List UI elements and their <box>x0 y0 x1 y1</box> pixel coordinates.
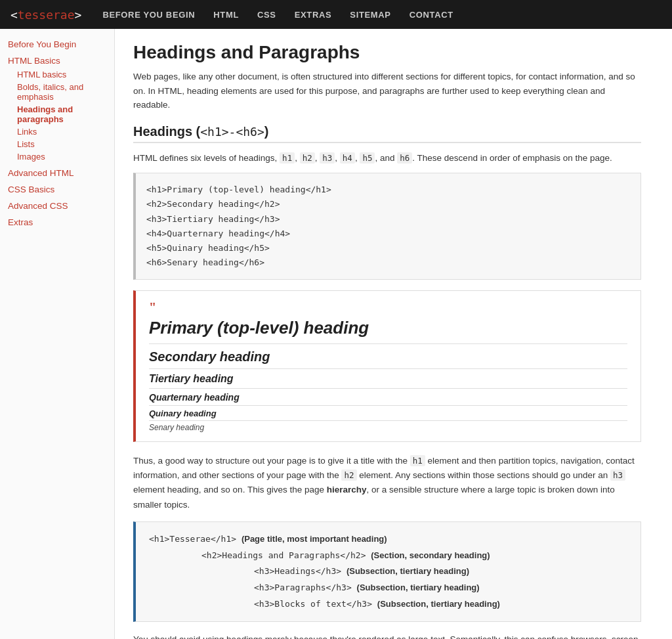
site-logo[interactable]: <tesserae> <box>10 8 81 22</box>
demo-h6: Senary heading <box>149 423 627 432</box>
sidebar-item-html-basics[interactable]: HTML Basics <box>8 56 114 66</box>
demo-h3: Tiertiary heading <box>149 373 627 389</box>
hierarchy-line-1: <h1>Tesserae</h1> (Page title, most impo… <box>149 534 387 544</box>
headings-tag: <h1>-<h6> <box>200 125 264 139</box>
sidebar-item-extras[interactable]: Extras <box>8 217 114 227</box>
nav-contact[interactable]: CONTACT <box>410 10 453 20</box>
sidebar-item-html-basics-sub[interactable]: HTML basics <box>8 70 114 79</box>
sidebar-item-images[interactable]: Images <box>8 152 114 162</box>
hierarchy-line-5: <h3>Blocks of text</h3> (Subsection, tie… <box>149 596 627 613</box>
hierarchy-line-2: <h2>Headings and Paragraphs</h2> (Sectio… <box>149 548 627 564</box>
page-layout: Before You Begin HTML Basics HTML basics… <box>0 29 672 639</box>
body-text-warning: You should avoid using headings merely b… <box>133 632 641 639</box>
sidebar-item-advanced-html[interactable]: Advanced HTML <box>8 168 114 178</box>
sidebar-group-extras: Extras <box>8 217 114 227</box>
nav-css[interactable]: CSS <box>257 10 276 20</box>
inline-h1: h1 <box>410 455 425 466</box>
hierarchy-line-4: <h3>Paragraphs</h3> (Subsection, tiertia… <box>149 580 627 596</box>
headings-code-block: <h1>Primary (top-level) heading</h1> <h2… <box>133 173 641 280</box>
sidebar-group-advanced-html: Advanced HTML <box>8 168 114 178</box>
logo-text: tesserae <box>18 8 75 22</box>
sidebar-item-headings[interactable]: Headings and paragraphs <box>8 104 114 124</box>
tag-h6: h6 <box>397 152 412 164</box>
demo-h1: Primary (top-level) heading <box>149 318 627 344</box>
sidebar-item-bolds[interactable]: Bolds, italics, and emphasis <box>8 82 114 102</box>
inline-h2: h2 <box>341 470 356 481</box>
sidebar-group-advanced-css: Advanced CSS <box>8 201 114 211</box>
tag-h2: h2 <box>300 152 315 164</box>
sidebar-group-before: Before You Begin <box>8 39 114 49</box>
headings-demo-block: " Primary (top-level) heading Secondary … <box>133 290 641 442</box>
headings-section-title: Headings (<h1>-<h6>) <box>133 124 641 143</box>
demo-quote-mark: " <box>149 300 627 315</box>
sidebar-item-lists[interactable]: Lists <box>8 139 114 149</box>
nav-before-you-begin[interactable]: BEFORE YOU BEGIN <box>102 10 195 20</box>
top-navigation: <tesserae> BEFORE YOU BEGIN HTML CSS EXT… <box>0 0 672 29</box>
demo-h4: Quarternary heading <box>149 392 627 406</box>
nav-sitemap[interactable]: SITEMAP <box>350 10 390 20</box>
tag-h3: h3 <box>320 152 335 164</box>
headings-desc: HTML defines six levels of headings, h1,… <box>133 151 641 165</box>
tag-h1: h1 <box>280 152 295 164</box>
demo-h2: Secondary heading <box>149 349 627 369</box>
nav-links: BEFORE YOU BEGIN HTML CSS EXTRAS SITEMAP… <box>102 10 453 20</box>
sidebar-item-links[interactable]: Links <box>8 127 114 137</box>
nav-extras[interactable]: EXTRAS <box>295 10 332 20</box>
tag-h4: h4 <box>340 152 355 164</box>
sidebar-group-html-basics: HTML Basics HTML basics Bolds, italics, … <box>8 56 114 162</box>
sidebar: Before You Begin HTML Basics HTML basics… <box>0 29 115 639</box>
sidebar-group-css-basics: CSS Basics <box>8 185 114 194</box>
intro-paragraph: Web pages, like any other document, is o… <box>133 70 641 112</box>
body-text-hierarchy-intro: Thus, a good way to structure out your p… <box>133 454 641 512</box>
inline-h3: h3 <box>610 470 625 481</box>
bold-hierarchy: hierarchy <box>327 485 367 495</box>
hierarchy-line-3: <h3>Headings</h3> (Subsection, tiertiary… <box>149 563 627 580</box>
sidebar-item-advanced-css[interactable]: Advanced CSS <box>8 201 114 211</box>
hierarchy-code-block: <h1>Tesserae</h1> (Page title, most impo… <box>133 521 641 622</box>
tag-h5: h5 <box>360 152 375 164</box>
sidebar-item-before-you-begin[interactable]: Before You Begin <box>8 39 114 49</box>
sidebar-item-css-basics[interactable]: CSS Basics <box>8 185 114 194</box>
nav-html[interactable]: HTML <box>213 10 239 20</box>
page-title: Headings and Paragraphs <box>133 42 641 63</box>
main-content: Headings and Paragraphs Web pages, like … <box>115 29 660 639</box>
demo-h5: Quinary heading <box>149 408 627 421</box>
